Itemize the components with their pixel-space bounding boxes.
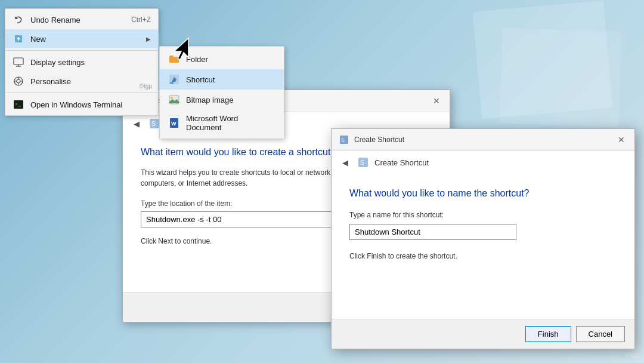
submenu-new: Folder Shortcut xyxy=(159,46,284,139)
dialog-front-hint: Click Finish to create the shortcut. xyxy=(349,252,617,260)
dialog-front-footer: Finish Cancel xyxy=(332,319,634,349)
shortcut-icon xyxy=(168,73,180,85)
dialog-front-titlebar: S Create Shortcut ✕ xyxy=(332,129,634,151)
svg-text:S: S xyxy=(360,159,364,166)
svg-point-6 xyxy=(171,97,173,99)
context-menu-item-new[interactable]: New ▶ Folder xyxy=(5,29,158,48)
dialog-front-nav-icon: S xyxy=(357,156,370,169)
svg-rect-4 xyxy=(170,82,174,84)
new-icon xyxy=(13,33,24,45)
undo-rename-shortcut: Ctrl+Z xyxy=(131,16,151,24)
folder-label: Folder xyxy=(186,55,275,64)
submenu-item-folder[interactable]: Folder xyxy=(160,49,284,69)
word-doc-label: Microsoft Word Document xyxy=(186,114,275,132)
dialog-create-shortcut-front: S Create Shortcut ✕ ◀ S Create Shortcut … xyxy=(331,128,635,349)
separator-2 xyxy=(5,93,158,93)
watermark-text: ©tgp xyxy=(140,83,152,90)
svg-text:S: S xyxy=(151,121,156,127)
undo-rename-label: Undo Rename xyxy=(30,16,126,24)
svg-text:S: S xyxy=(341,137,345,143)
dialog-front-nav-title: Create Shortcut xyxy=(374,158,429,167)
display-settings-label: Display settings xyxy=(30,58,151,67)
svg-rect-9 xyxy=(14,58,23,64)
bitmap-label: Bitmap image xyxy=(186,96,275,104)
bitmap-icon xyxy=(168,94,180,106)
dialog-front-close-button[interactable]: ✕ xyxy=(615,134,627,146)
submenu-item-bitmap[interactable]: Bitmap image xyxy=(160,90,284,110)
new-label: New xyxy=(30,35,146,44)
folder-icon xyxy=(168,53,180,65)
submenu-item-shortcut[interactable]: Shortcut xyxy=(160,69,284,90)
terminal-icon: >_ xyxy=(13,99,24,110)
dialog-front-name-input[interactable] xyxy=(349,224,516,240)
shortcut-label: Shortcut xyxy=(186,75,275,84)
dialog-front-title-icon: S xyxy=(339,134,349,145)
context-menu-item-undo-rename[interactable]: Undo Rename Ctrl+Z xyxy=(5,10,158,29)
context-menu-item-terminal[interactable]: >_ Open in Windows Terminal xyxy=(5,95,158,114)
dialog-front-field-label: Type a name for this shortcut: xyxy=(349,211,617,219)
dialog-back-close-button[interactable]: ✕ xyxy=(431,95,442,107)
dialog-front-finish-button[interactable]: Finish xyxy=(525,326,571,342)
svg-point-13 xyxy=(17,79,20,83)
dialog-front-nav: ◀ S Create Shortcut xyxy=(332,151,634,174)
personalise-label: Personalise xyxy=(30,77,151,86)
context-menu-item-display[interactable]: Display settings xyxy=(5,53,158,72)
submenu-item-word[interactable]: W Microsoft Word Document xyxy=(160,110,284,136)
context-menu-item-personalise[interactable]: Personalise ©tgp xyxy=(5,72,158,91)
page-watermark: ©tgp xyxy=(626,351,639,358)
new-arrow-icon: ▶ xyxy=(146,36,151,42)
dialog-front-cancel-button[interactable]: Cancel xyxy=(576,326,625,342)
svg-text:W: W xyxy=(171,121,177,127)
separator-1 xyxy=(5,50,158,51)
word-icon: W xyxy=(168,117,180,129)
svg-text:>_: >_ xyxy=(15,101,21,107)
personalise-icon xyxy=(13,75,24,87)
display-icon xyxy=(13,56,24,68)
dialog-front-heading: What would you like to name the shortcut… xyxy=(349,188,617,199)
dialog-front-nav-back[interactable]: ◀ xyxy=(339,156,352,169)
undo-icon xyxy=(13,14,24,26)
context-menu: Undo Rename Ctrl+Z New ▶ Folder xyxy=(5,8,159,116)
dialog-front-title: Create Shortcut xyxy=(354,136,404,144)
dialog-back-nav-back[interactable]: ◀ xyxy=(130,117,143,130)
dialog-front-body: What would you like to name the shortcut… xyxy=(332,174,634,275)
bg-decoration-2 xyxy=(499,28,621,128)
terminal-label: Open in Windows Terminal xyxy=(30,100,151,109)
